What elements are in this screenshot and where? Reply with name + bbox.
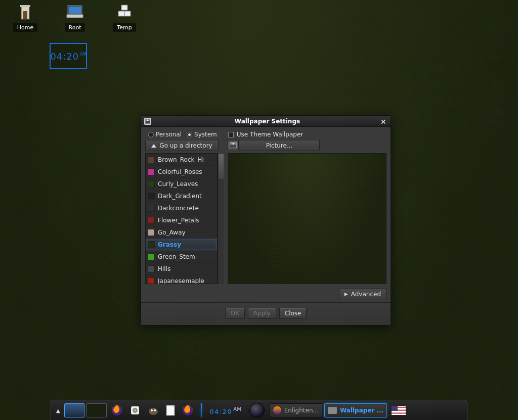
file-item[interactable]: Green_Stem — [146, 251, 217, 263]
wallpaper-preview — [228, 153, 386, 284]
taskbar-orb[interactable] — [249, 403, 265, 418]
file-thumbnail-icon — [148, 253, 155, 260]
file-item[interactable]: Brown_Rock_Hi — [146, 154, 217, 166]
radio-label: Personal — [156, 131, 182, 138]
desktop-icons: Home Root Temp — [10, 3, 140, 32]
start-button[interactable] — [54, 403, 62, 418]
content-area: Brown_Rock_HiColorful_RosesCurly_LeavesD… — [141, 151, 391, 286]
desktop-icon-label: Root — [65, 23, 85, 32]
workspace-1[interactable] — [64, 403, 84, 417]
ok-button[interactable]: OK — [225, 308, 245, 319]
radio-dot-icon — [187, 132, 192, 137]
file-item[interactable]: Colorful_Roses — [146, 166, 217, 178]
file-item[interactable]: Grassy — [146, 239, 217, 251]
file-item[interactable]: Dark_Gradient — [146, 190, 217, 202]
task-icon — [328, 407, 337, 414]
file-thumbnail-icon — [148, 241, 155, 248]
speaker-icon — [129, 404, 141, 416]
button-label: Go up a directory — [159, 142, 212, 149]
svg-point-21 — [154, 409, 156, 411]
keyboard-layout-flag[interactable] — [389, 403, 408, 418]
clock-ampm: AM — [80, 52, 86, 57]
svg-rect-6 — [121, 5, 127, 10]
file-name-label: Flower_Petals — [158, 217, 199, 224]
task-label: Enlighten... — [284, 407, 319, 414]
desktop-icon-temp[interactable]: Temp — [109, 3, 140, 32]
button-label: Picture... — [266, 142, 293, 149]
gimp-icon — [147, 404, 159, 416]
file-item[interactable]: Go_Away — [146, 226, 217, 239]
taskbar-clock[interactable]: 04:20AM — [207, 404, 244, 416]
close-button[interactable]: Close — [279, 308, 307, 319]
file-thumbnail-icon — [148, 168, 155, 175]
desktop-icon-label: Home — [13, 23, 37, 32]
go-up-button[interactable]: Go up a directory — [145, 140, 219, 151]
file-thumbnail-icon — [148, 217, 155, 224]
file-thumbnail-icon — [148, 205, 155, 212]
file-item[interactable]: Japanesemaple — [146, 275, 217, 284]
file-item[interactable]: Flower_Petals — [146, 214, 217, 226]
workspace-pager — [64, 403, 107, 417]
svg-point-19 — [149, 408, 158, 415]
file-list-scrollbar[interactable] — [218, 153, 224, 284]
file-name-label: Dark_Gradient — [158, 193, 202, 200]
launcher-audio[interactable] — [127, 403, 143, 418]
radio-system[interactable]: System — [187, 131, 217, 138]
advanced-button[interactable]: Advanced — [339, 288, 386, 300]
checkbox-box-icon — [228, 132, 234, 137]
chevron-up-icon — [56, 407, 60, 414]
clock-time: 04:20 — [210, 408, 233, 415]
file-name-label: Grassy — [158, 241, 181, 248]
file-name-label: Brown_Rock_Hi — [158, 156, 204, 163]
launcher-firefox[interactable] — [109, 403, 125, 418]
svg-point-11 — [147, 119, 149, 121]
scrollbar-thumb[interactable] — [219, 154, 224, 179]
file-name-label: Green_Stem — [158, 253, 195, 260]
radio-personal[interactable]: Personal — [148, 131, 182, 138]
clock-ampm: AM — [233, 406, 241, 412]
close-button[interactable]: ✕ — [380, 118, 387, 125]
file-name-label: Curly_Leaves — [158, 180, 198, 188]
launcher-document[interactable] — [163, 403, 178, 418]
toolbar-row: Go up a directory Picture... — [141, 140, 391, 151]
file-item[interactable]: Curly_Leaves — [146, 178, 217, 190]
svg-rect-7 — [118, 11, 124, 16]
file-name-label: Darkconcrete — [158, 205, 199, 212]
file-thumbnail-icon — [148, 229, 155, 236]
wallpaper-settings-window: Wallpaper Settings ✕ Personal System Use… — [141, 115, 391, 325]
workspace-2[interactable] — [87, 403, 107, 417]
task-icon — [273, 406, 281, 414]
boxes-icon — [115, 3, 134, 21]
file-thumbnail-icon — [148, 180, 155, 188]
desktop-clock-widget[interactable]: 04:20 AM — [50, 43, 87, 69]
launcher-firefox-2[interactable] — [180, 403, 196, 418]
svg-rect-1 — [23, 11, 27, 19]
firefox-icon — [111, 404, 123, 416]
launcher-gimp[interactable] — [145, 403, 161, 418]
taskbar-task-wallpaper[interactable]: Wallpaper ... — [324, 403, 387, 417]
apply-button[interactable]: Apply — [248, 308, 276, 319]
button-label: Apply — [253, 310, 271, 317]
source-radio-group: Personal System — [148, 131, 217, 138]
us-flag-icon — [391, 405, 406, 415]
clock-time: 04:20 — [50, 51, 79, 62]
picture-icon — [228, 140, 239, 150]
file-item[interactable]: Darkconcrete — [146, 202, 217, 214]
svg-point-14 — [232, 143, 234, 145]
desktop-icon-root[interactable]: Root — [60, 3, 90, 32]
source-row: Personal System Use Theme Wallpaper — [141, 127, 391, 140]
picture-button[interactable]: Picture... — [239, 140, 320, 151]
file-thumbnail-icon — [148, 156, 155, 163]
taskbar-task-enlighten[interactable]: Enlighten... — [270, 403, 322, 417]
home-icon — [16, 3, 34, 21]
svg-rect-10 — [146, 121, 150, 123]
wallpaper-file-list[interactable]: Brown_Rock_HiColorful_RosesCurly_LeavesD… — [145, 153, 218, 284]
desktop-icon-home[interactable]: Home — [10, 3, 40, 32]
computer-icon — [66, 3, 84, 21]
window-titlebar[interactable]: Wallpaper Settings ✕ — [141, 116, 391, 127]
file-item[interactable]: Hills — [146, 263, 217, 275]
window-icon — [144, 118, 151, 125]
svg-rect-2 — [20, 5, 30, 7]
checkbox-theme-wallpaper[interactable]: Use Theme Wallpaper — [228, 131, 303, 138]
checkbox-label: Use Theme Wallpaper — [237, 131, 303, 138]
